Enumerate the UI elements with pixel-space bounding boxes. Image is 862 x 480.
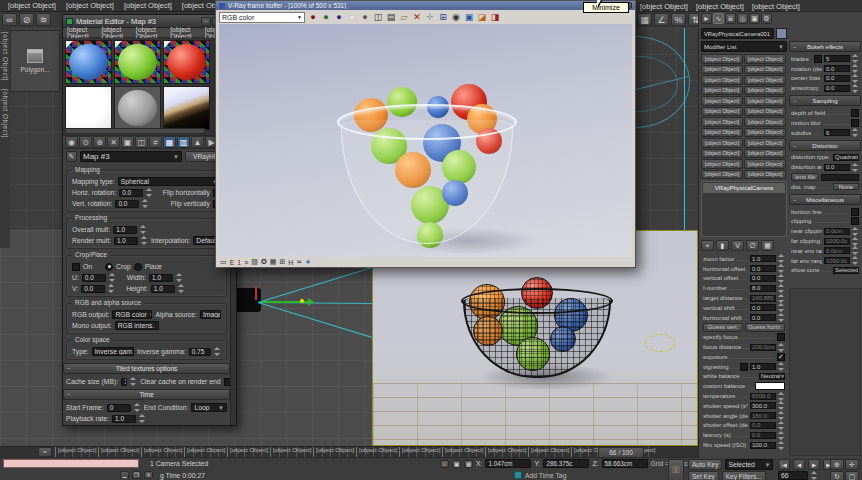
value-field[interactable]: None▼ [833, 183, 859, 190]
rollout-time[interactable]: Time [63, 389, 230, 400]
crop-radio[interactable] [105, 263, 113, 271]
follow-mouse-button[interactable]: ◉ [450, 11, 462, 23]
minimized-window-close-icon[interactable]: ✕ [144, 471, 153, 479]
start-frame-field[interactable]: 0 [107, 404, 131, 412]
value-field[interactable]: 0.0cm▼ [824, 247, 850, 254]
set-key-mode-icon[interactable]: ⚿ [668, 459, 684, 480]
spinner[interactable] [852, 128, 859, 137]
duplicate-to-max-frame-buffer-button[interactable]: ▤ [385, 11, 397, 23]
selection-set-dropdown[interactable]: Selected▼ [725, 459, 773, 470]
compare-horizontal-icon[interactable]: ≍ [296, 258, 302, 266]
maximize-viewport-icon[interactable]: ▢ [845, 471, 859, 480]
channel-dropdown[interactable]: RGB color▼ [219, 12, 305, 23]
checkbox[interactable] [740, 363, 748, 371]
checkbox[interactable] [777, 333, 785, 341]
modifier-button[interactable]: [object Object] [744, 170, 786, 180]
checkbox[interactable] [851, 109, 859, 117]
spinner[interactable] [778, 431, 785, 440]
value-field[interactable]: 0.0▼ [824, 164, 850, 171]
v-field[interactable]: 0.0 [81, 285, 105, 293]
modifier-button[interactable]: [object Object] [744, 128, 786, 138]
checkbox[interactable] [777, 353, 785, 361]
monochromatic-button[interactable]: ● [359, 11, 371, 23]
spinner[interactable] [852, 246, 859, 255]
vfb-titlebar[interactable]: V-Ray frame buffer - [100% of 500 x 531]… [216, 1, 635, 10]
curve-control-icon[interactable]: ▨ [251, 258, 258, 266]
angle-snap-icon[interactable]: ∠ [654, 13, 669, 26]
material-slot-gray[interactable] [114, 86, 161, 130]
modifier-button[interactable]: [object Object] [744, 54, 786, 64]
show-pixel-information-button[interactable]: ▣ [463, 11, 475, 23]
info-icon[interactable]: ∗ [305, 258, 311, 266]
save-image-button[interactable]: ◫ [372, 11, 384, 23]
value-field[interactable]: 200.0cm▼ [750, 344, 776, 351]
menu-item[interactable]: [object Object] [8, 1, 56, 10]
u-field[interactable]: 0.0 [82, 274, 106, 282]
coord-x-field[interactable]: 1.047cm [485, 459, 531, 468]
modifier-button[interactable]: [object Object] [701, 86, 743, 96]
value-field[interactable]: Quadratic▼ [833, 154, 859, 161]
spinner[interactable] [778, 362, 785, 371]
checkbox[interactable] [814, 55, 822, 63]
value-field[interactable]: 1000.0c▼ [824, 257, 850, 264]
make-material-copy-button[interactable]: ▣ [121, 136, 134, 148]
spinner[interactable] [852, 84, 859, 93]
inverse-gamma-field[interactable]: 0.75 [189, 348, 211, 356]
checkbox[interactable] [851, 217, 859, 225]
absolute-mode-icon[interactable]: ▣ [452, 460, 461, 468]
modifier-button[interactable]: [object Object] [744, 107, 786, 117]
motion-tab[interactable]: ◎ [737, 13, 748, 24]
modifier-button[interactable]: [object Object] [701, 75, 743, 85]
track-mouse-button[interactable]: ✛ [424, 11, 436, 23]
object-color-swatch[interactable] [776, 28, 787, 39]
value-field[interactable]: Neutral▼ [759, 373, 785, 380]
modifier-button[interactable]: [object Object] [744, 138, 786, 148]
place-radio[interactable] [134, 263, 142, 271]
show-end-result-button[interactable]: ▮ [716, 240, 729, 251]
make-unique-button[interactable]: V [731, 240, 744, 251]
percent-snap-icon[interactable]: % [671, 13, 686, 26]
modifier-button[interactable]: [object Object] [701, 107, 743, 117]
modifier-button[interactable]: [object Object] [744, 159, 786, 169]
snaps-toggle-icon[interactable]: ▦ [637, 13, 652, 26]
modifier-button[interactable]: [object Object] [701, 128, 743, 138]
material-name-dropdown[interactable]: Map #3▼ [80, 151, 182, 162]
spinner[interactable] [778, 411, 785, 420]
checkbox[interactable] [851, 208, 859, 216]
region-render-button[interactable]: ⊞ [437, 11, 449, 23]
rollout-distortion[interactable]: Distortion [789, 140, 861, 151]
spinner[interactable] [778, 313, 785, 322]
material-slot-blue[interactable] [65, 40, 112, 84]
horiz-rotation-field[interactable]: 0.0 [119, 189, 143, 197]
value-field[interactable]: 0.0▼ [750, 304, 776, 311]
value-field[interactable]: 0.0▼ [750, 432, 776, 439]
ribbon-polygon-panel[interactable]: Polygon... [10, 30, 60, 92]
spinner[interactable] [141, 236, 148, 245]
modifier-button[interactable]: [object Object] [701, 149, 743, 159]
modifier-stack[interactable]: VRayPhysicalCamera [701, 181, 787, 237]
ribbon-tab[interactable]: [object Object] [2, 28, 9, 85]
modifier-button[interactable]: [object Object] [701, 170, 743, 180]
display-tab[interactable]: ▣ [749, 13, 760, 24]
value-field[interactable]: 0.0▼ [824, 75, 850, 82]
material-slot-green[interactable] [114, 40, 161, 84]
material-slot-white[interactable] [65, 86, 112, 130]
go-to-parent-button[interactable]: ▲ [191, 136, 204, 148]
spinner[interactable] [852, 54, 859, 63]
move-gizmo-z-axis[interactable] [255, 286, 257, 300]
frame-spinner[interactable] [811, 471, 818, 480]
rollout-miscellaneous[interactable]: Miscellaneous [789, 194, 861, 205]
spinner[interactable] [852, 227, 859, 236]
remove-modifier-button[interactable]: ∅ [746, 240, 759, 251]
minimized-window-minimize-icon[interactable]: ▁ [120, 471, 129, 479]
spinner[interactable] [778, 254, 785, 263]
view-clamped-colors-button[interactable]: ◨ [489, 11, 501, 23]
color-balance-icon[interactable]: ✪ [261, 258, 267, 266]
coord-z-field[interactable]: 58.663cm [602, 459, 648, 468]
modifier-button[interactable]: [object Object] [701, 117, 743, 127]
width-field[interactable]: 1.0 [149, 274, 173, 282]
checkbox[interactable] [851, 119, 859, 127]
menu-item[interactable]: [object Object] [640, 2, 688, 11]
create-tab[interactable]: ► [701, 13, 712, 24]
rgb-output-dropdown[interactable]: RGB color▼ [112, 310, 152, 319]
